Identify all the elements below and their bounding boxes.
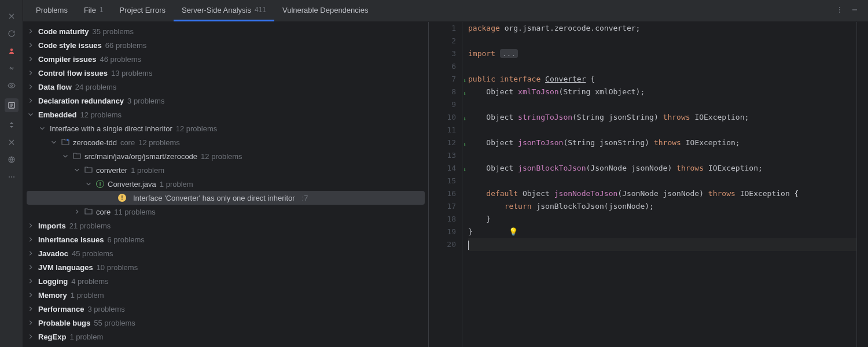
tree-row[interactable]: src/main/java/org/jsmart/zerocode12 prob… — [23, 149, 428, 163]
more-icon[interactable] — [7, 172, 16, 182]
chevron-right-icon[interactable] — [27, 249, 35, 257]
problems-tree[interactable]: Code maturity35 problemsCode style issue… — [23, 22, 428, 347]
chevron-right-icon[interactable] — [27, 235, 35, 243]
chevron-right-icon[interactable] — [27, 69, 35, 77]
tree-row[interactable]: Inheritance issues6 problems — [23, 232, 428, 246]
tree-row[interactable]: Embedded12 problems — [23, 108, 428, 121]
tree-node-count: 35 problems — [92, 27, 134, 36]
tree-row[interactable]: Interface with a single direct inheritor… — [23, 121, 428, 135]
collapse-icon[interactable] — [7, 138, 16, 147]
gutter-override-icon[interactable]: ⬇ — [463, 113, 466, 125]
chevron-right-icon[interactable] — [27, 97, 35, 105]
chevron-right-icon[interactable] — [27, 41, 35, 49]
tree-node-count: 12 problems — [138, 138, 180, 147]
tab-problems[interactable]: Problems — [28, 0, 76, 21]
split-pane: Code maturity35 problemsCode style issue… — [23, 22, 868, 347]
web-icon[interactable] — [7, 155, 16, 164]
chevron-right-icon[interactable] — [27, 305, 35, 313]
user-icon[interactable] — [7, 46, 16, 56]
line-number: 7⬇ — [429, 73, 456, 86]
eye-icon[interactable] — [7, 81, 16, 90]
tree-row[interactable]: Code style issues66 problems — [23, 38, 428, 52]
tree-row[interactable]: Performance3 problems — [23, 302, 428, 316]
tab-vulnerable-dependencies[interactable]: Vulnerable Dependencies — [274, 0, 376, 21]
editor-marker-bar[interactable] — [856, 22, 868, 347]
tab-label: Project Errors — [120, 6, 165, 14]
tree-node-count: 45 problems — [72, 249, 113, 258]
expand-icon[interactable] — [7, 120, 16, 130]
tree-row[interactable]: IConverter.java1 problem — [23, 177, 428, 191]
line-number: 3 — [429, 47, 456, 60]
tree-row[interactable]: Compiler issues46 problems — [23, 52, 428, 66]
tree-row[interactable]: Javadoc45 problems — [23, 246, 428, 260]
tree-node-count: 12 problems — [80, 110, 122, 119]
refresh-icon[interactable] — [7, 29, 16, 38]
tab-server-side-analysis[interactable]: Server-Side Analysis411 — [174, 0, 274, 21]
svg-point-10 — [67, 139, 69, 141]
chevron-down-icon[interactable] — [61, 152, 69, 160]
tree-node-label: Logging — [38, 277, 68, 286]
tree-row[interactable]: RegExp1 problem — [23, 330, 428, 344]
chevron-right-icon[interactable] — [27, 263, 35, 271]
chevron-right-icon[interactable] — [27, 319, 35, 327]
chevron-right-icon[interactable] — [27, 55, 35, 63]
tree-row[interactable]: JVM languages10 problems — [23, 260, 428, 274]
chevron-down-icon[interactable] — [27, 110, 35, 119]
bulb-icon[interactable]: 💡 — [509, 227, 518, 236]
tree-row[interactable]: Memory1 problem — [23, 288, 428, 302]
tree-row[interactable]: Control flow issues13 problems — [23, 66, 428, 80]
tree-node-label: Converter.java — [108, 180, 156, 189]
close-icon[interactable] — [7, 12, 16, 21]
chevron-down-icon[interactable] — [50, 138, 58, 146]
line-number: 15 — [429, 175, 456, 187]
tab-file[interactable]: File1 — [76, 0, 112, 21]
chevron-right-icon[interactable] — [27, 83, 35, 91]
tree-node-label: Interface 'Converter' has only one direc… — [133, 194, 295, 202]
svg-point-4 — [9, 176, 10, 178]
gutter-override-icon[interactable]: ⬇ — [463, 87, 466, 100]
tree-row[interactable]: Code maturity35 problems — [23, 24, 428, 38]
tab-badge: 411 — [255, 6, 266, 14]
chevron-right-icon[interactable] — [27, 277, 35, 285]
gutter-override-icon[interactable]: ⬇ — [463, 75, 466, 87]
tree-node-label: Performance — [38, 305, 84, 313]
tree-row[interactable]: Data flow24 problems — [23, 80, 428, 94]
options-icon[interactable] — [836, 6, 844, 16]
tree-node-label: Probable bugs — [38, 319, 90, 327]
chevron-right-icon[interactable] — [27, 333, 35, 341]
tree-node-label: zerocode-tdd — [73, 138, 117, 147]
tree-row[interactable]: Logging4 problems — [23, 274, 428, 288]
gutter-override-icon[interactable]: ⬇ — [463, 138, 466, 151]
tree-node-label: Compiler issues — [38, 55, 96, 64]
chevron-right-icon[interactable] — [73, 208, 81, 216]
link-icon[interactable] — [7, 64, 16, 73]
line-number: 8⬇ — [429, 86, 456, 98]
tree-row[interactable]: !Interface 'Converter' has only one dire… — [27, 191, 425, 205]
tree-row[interactable]: zerocode-tddcore12 problems — [23, 135, 428, 149]
gutter-override-icon[interactable]: ⬇ — [463, 164, 466, 176]
tree-node-label: Embedded — [38, 110, 76, 119]
chevron-down-icon[interactable] — [73, 166, 81, 174]
line-number: 10⬇ — [429, 111, 456, 124]
minimize-icon[interactable] — [851, 6, 859, 16]
tree-row[interactable]: core11 problems — [23, 205, 428, 219]
tab-project-errors[interactable]: Project Errors — [112, 0, 174, 21]
tree-row[interactable]: Declaration redundancy3 problems — [23, 94, 428, 108]
svg-point-8 — [839, 9, 840, 10]
tree-node-meta: core — [120, 138, 135, 147]
chevron-right-icon[interactable] — [27, 27, 35, 35]
preview-icon[interactable] — [5, 98, 19, 112]
tree-node-count: 46 problems — [100, 55, 141, 64]
chevron-down-icon[interactable] — [84, 180, 93, 188]
tree-row[interactable]: converter1 problem — [23, 163, 428, 177]
chevron-down-icon[interactable] — [38, 124, 46, 132]
editor-code[interactable]: package org.jsmart.zerocode.converter; i… — [462, 22, 856, 347]
tree-row[interactable]: Probable bugs55 problems — [23, 316, 428, 330]
line-number: 14⬇ — [429, 162, 456, 175]
chevron-right-icon[interactable] — [27, 222, 35, 230]
tree-node-label: Javadoc — [38, 249, 68, 258]
tree-row[interactable]: Imports21 problems — [23, 219, 428, 232]
chevron-right-icon[interactable] — [27, 291, 35, 299]
tree-node-count: 12 problems — [176, 124, 218, 133]
line-number: 2 — [429, 35, 456, 47]
